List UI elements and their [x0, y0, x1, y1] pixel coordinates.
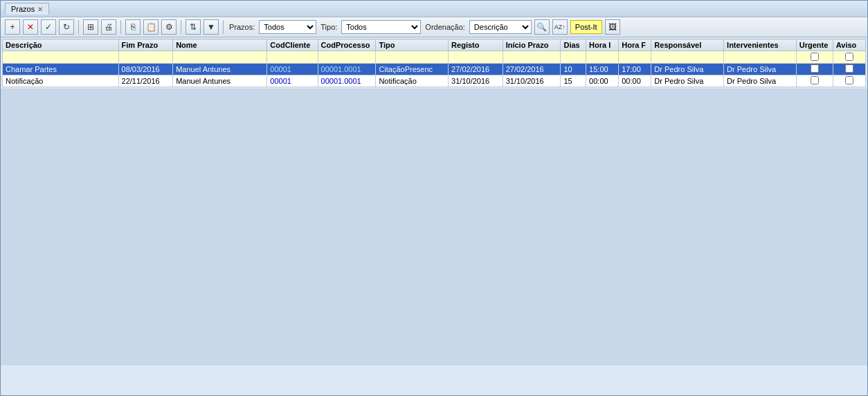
- cell-cod-processo[interactable]: 00001.0001: [318, 64, 376, 75]
- col-hora-i[interactable]: Hora I: [586, 39, 619, 51]
- cell-intervenientes: Dr Pedro Silva: [724, 64, 797, 75]
- grid-button[interactable]: ⊞: [83, 19, 98, 35]
- search-toggle-button[interactable]: 🔍: [534, 19, 550, 35]
- close-icon[interactable]: ✕: [37, 6, 43, 13]
- filter-cod-processo[interactable]: [318, 51, 376, 64]
- col-registo[interactable]: Registo: [449, 39, 503, 51]
- cell-hora-f: 00:00: [619, 75, 651, 87]
- tipo-select[interactable]: Todos CitaçãoPresencial Notificação: [341, 20, 421, 34]
- col-responsavel[interactable]: Responsável: [651, 39, 724, 51]
- title-tab[interactable]: Prazos ✕: [5, 3, 49, 15]
- col-aviso[interactable]: Aviso: [833, 39, 865, 51]
- tipo-label: Tipo:: [320, 23, 337, 31]
- extra-button[interactable]: 🖼: [605, 19, 620, 35]
- filter-registo[interactable]: [449, 51, 503, 64]
- prazos-label: Prazos:: [229, 23, 255, 31]
- filter-responsavel[interactable]: [651, 51, 724, 64]
- col-cod-processo[interactable]: CodProcesso: [318, 39, 376, 51]
- separator-2: [120, 20, 121, 34]
- ordenacao-label: Ordenação:: [425, 23, 464, 31]
- cell-nome: Manuel Antunes: [173, 75, 267, 87]
- cell-dias: 15: [561, 75, 586, 87]
- cell-aviso[interactable]: [833, 64, 865, 75]
- window-title: Prazos: [11, 5, 35, 13]
- tipo-filter: Tipo: Todos CitaçãoPresencial Notificaçã…: [319, 20, 421, 34]
- cell-tipo: Notificação: [376, 75, 449, 87]
- cell-dias: 10: [561, 64, 586, 75]
- filter-aviso[interactable]: [833, 51, 865, 64]
- cell-cod-processo[interactable]: 00001.0001: [318, 75, 376, 87]
- ordenacao-filter: Ordenação: Descrição Fim Prazo Nome Regi…: [424, 20, 531, 34]
- cell-cod-cliente[interactable]: 00001: [267, 75, 318, 87]
- cell-urgente[interactable]: [796, 75, 833, 87]
- col-inicio-prazo[interactable]: Início Prazo: [503, 39, 561, 51]
- confirm-button[interactable]: ✓: [41, 19, 56, 35]
- filter-intervenientes[interactable]: [724, 51, 797, 64]
- filter-aviso-checkbox[interactable]: [845, 53, 853, 61]
- title-bar: Prazos ✕: [1, 1, 867, 17]
- filter-cod-cliente[interactable]: [267, 51, 318, 64]
- cell-tipo: CitaçãoPresenc: [376, 64, 449, 75]
- filter-button[interactable]: ▼: [204, 19, 219, 35]
- print-button[interactable]: 🖨: [101, 19, 116, 35]
- copy-button[interactable]: ⎘: [125, 19, 141, 35]
- col-intervenientes[interactable]: Intervenientes: [724, 39, 797, 51]
- filter-row: [3, 51, 866, 64]
- cell-cod-cliente[interactable]: 00001: [267, 64, 318, 75]
- cell-registo: 31/10/2016: [449, 75, 503, 87]
- filter-inicio-prazo[interactable]: [503, 51, 561, 64]
- add-button[interactable]: +: [5, 19, 20, 35]
- cell-nome: Manuel Antunes: [173, 64, 267, 75]
- cell-responsavel: Dr Pedro Silva: [651, 64, 724, 75]
- cell-aviso[interactable]: [833, 75, 865, 87]
- filter-urgente-checkbox[interactable]: [811, 53, 819, 61]
- cell-inicio-prazo: 27/02/2016: [503, 64, 561, 75]
- filter-hora-f[interactable]: [619, 51, 651, 64]
- urgente-checkbox-1[interactable]: [811, 64, 819, 73]
- filter-nome[interactable]: [173, 51, 267, 64]
- separator-1: [78, 20, 79, 34]
- filter-fim-prazo[interactable]: [118, 51, 173, 64]
- ordenacao-select[interactable]: Descrição Fim Prazo Nome Registo: [469, 20, 532, 34]
- cell-urgente[interactable]: [796, 64, 833, 75]
- paste-button[interactable]: 📋: [143, 19, 159, 35]
- filter-descricao[interactable]: [3, 51, 119, 64]
- content-area: [1, 89, 867, 366]
- aviso-checkbox-1[interactable]: [845, 64, 853, 73]
- filter-tipo[interactable]: [376, 51, 449, 64]
- filter-dias[interactable]: [561, 51, 586, 64]
- separator-4: [223, 20, 224, 34]
- prazos-filter: Prazos: Todos Activos Encerrados: [228, 20, 316, 34]
- config-button[interactable]: ⚙: [161, 19, 177, 35]
- delete-button[interactable]: ✕: [23, 19, 38, 35]
- aviso-checkbox-2[interactable]: [845, 76, 853, 84]
- cell-fim-prazo: 08/03/2016: [118, 64, 173, 75]
- col-dias[interactable]: Dias: [561, 39, 586, 51]
- cell-descricao: Notificação: [3, 75, 119, 87]
- postit-button[interactable]: Post-It: [570, 20, 602, 34]
- filter-descricao-input[interactable]: [6, 53, 116, 62]
- table-row[interactable]: Notificação 22/11/2016 Manuel Antunes 00…: [3, 75, 866, 87]
- cell-fim-prazo: 22/11/2016: [118, 75, 173, 87]
- cell-hora-i: 00:00: [586, 75, 619, 87]
- cell-inicio-prazo: 31/10/2016: [503, 75, 561, 87]
- prazos-select[interactable]: Todos Activos Encerrados: [259, 20, 316, 34]
- filter-urgente[interactable]: [796, 51, 833, 64]
- table-row[interactable]: Chamar Partes 08/03/2016 Manuel Antunes …: [3, 64, 866, 75]
- prazos-table: Descrição Fim Prazo Nome CodCliente CodP…: [2, 39, 866, 87]
- col-nome[interactable]: Nome: [173, 39, 267, 51]
- col-cod-cliente[interactable]: CodCliente: [267, 39, 318, 51]
- urgente-checkbox-2[interactable]: [811, 76, 819, 84]
- sort-asc-button[interactable]: AZ↑: [552, 19, 568, 35]
- cell-responsavel: Dr Pedro Silva: [651, 75, 724, 87]
- col-tipo[interactable]: Tipo: [376, 39, 449, 51]
- col-fim-prazo[interactable]: Fim Prazo: [118, 39, 173, 51]
- toolbar: + ✕ ✓ ↻ ⊞ 🖨 ⎘ 📋 ⚙ ⇅ ▼ Prazos: Todos Acti…: [1, 17, 867, 37]
- col-descricao[interactable]: Descrição: [3, 39, 119, 51]
- sort-button[interactable]: ⇅: [186, 19, 201, 35]
- filter-hora-i[interactable]: [586, 51, 619, 64]
- refresh-button[interactable]: ↻: [59, 19, 74, 35]
- col-hora-f[interactable]: Hora F: [619, 39, 651, 51]
- cell-intervenientes: Dr Pedro Silva: [724, 75, 797, 87]
- col-urgente[interactable]: Urgente: [796, 39, 833, 51]
